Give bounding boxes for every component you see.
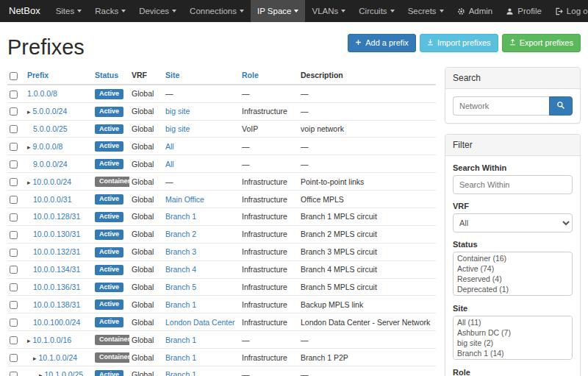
expand-icon[interactable] [27, 177, 33, 186]
row-checkbox[interactable] [10, 372, 18, 376]
prefix-link[interactable]: 10.0.0.128/31 [33, 212, 80, 221]
site-link[interactable]: All [165, 160, 174, 169]
site-link[interactable]: Branch 1 [165, 336, 196, 344]
filter-option[interactable]: Branch 1 (14) [454, 348, 571, 358]
filter-option[interactable]: Active (74) [454, 263, 571, 274]
expand-icon[interactable] [27, 107, 33, 116]
filter-option[interactable]: Reserved (4) [454, 274, 571, 284]
nav-item-racks[interactable]: Racks [88, 0, 132, 22]
row-checkbox[interactable] [10, 283, 18, 291]
description-cell: Branch 5 MPLS circuit [298, 278, 436, 296]
table-row: 10.0.0.138/31ActiveGlobalBranch 1Infrast… [7, 296, 436, 313]
vrf-value: Global [132, 124, 154, 133]
site-link[interactable]: big site [165, 124, 190, 133]
row-checkbox[interactable] [10, 107, 18, 116]
row-select-cell [7, 313, 25, 331]
row-checkbox[interactable] [10, 354, 18, 362]
site-link[interactable]: Branch 1 [165, 300, 196, 309]
row-checkbox[interactable] [10, 160, 18, 169]
vrf-select[interactable]: All [453, 213, 573, 233]
site-link[interactable]: London Data Center [165, 318, 235, 327]
column-header-prefix[interactable]: Prefix [27, 71, 49, 79]
profile-link[interactable]: Profile [499, 0, 548, 22]
row-checkbox[interactable] [10, 266, 18, 274]
site-multiselect[interactable]: All (11)Ashburn DC (7)big site (2)Branch… [453, 316, 573, 360]
prefix-link[interactable]: 9.0.0.0/8 [33, 142, 63, 151]
prefix-cell: 5.0.0.0/24 [25, 102, 93, 120]
add-prefix-button[interactable]: Add a prefix [348, 34, 416, 52]
site-link[interactable]: Branch 5 [165, 283, 196, 291]
prefix-link[interactable]: 10.1.0.0/16 [33, 336, 72, 344]
site-link[interactable]: Branch 3 [165, 247, 196, 256]
prefix-link[interactable]: 10.0.0.130/31 [33, 230, 80, 238]
nav-item-circuits[interactable]: Circuits [352, 0, 401, 22]
site-link[interactable]: Branch 1 [165, 353, 196, 362]
prefix-link[interactable]: 5.0.0.0/24 [33, 107, 68, 116]
site-link[interactable]: Main Office [165, 195, 204, 204]
prefix-link[interactable]: 5.0.0.0/25 [33, 124, 68, 133]
vrf-cell: Global [129, 243, 163, 260]
row-checkbox[interactable] [10, 196, 18, 204]
expand-icon[interactable] [27, 142, 33, 151]
import-prefixes-button[interactable]: Import prefixes [420, 34, 498, 52]
site-link[interactable]: Branch 2 [165, 230, 196, 238]
prefix-link[interactable]: 1.0.0.0/8 [27, 89, 57, 98]
site-link[interactable]: Branch 1 [165, 370, 196, 376]
search-input[interactable] [453, 96, 549, 116]
search-within-input[interactable] [453, 175, 573, 194]
action-buttons: Add a prefix Import prefixes Export pref… [348, 34, 581, 52]
column-header-site[interactable]: Site [165, 71, 179, 79]
prefix-link[interactable]: 10.0.0.132/31 [33, 247, 80, 256]
prefix-link[interactable]: 10.0.0.134/31 [33, 265, 80, 274]
export-prefixes-button[interactable]: Export prefixes [502, 34, 581, 52]
nav-item-devices[interactable]: Devices [132, 0, 183, 22]
row-checkbox[interactable] [10, 91, 18, 99]
expand-icon[interactable] [33, 353, 39, 362]
prefix-link[interactable]: 10.0.100.0/24 [33, 318, 80, 327]
filter-option[interactable]: Branch 2 (10) [454, 358, 571, 360]
nav-item-ip-space[interactable]: IP Space [251, 0, 305, 22]
nav-item-secrets[interactable]: Secrets [401, 0, 451, 22]
admin-link[interactable]: Admin [451, 0, 500, 22]
brand-logo[interactable]: NetBox [0, 0, 49, 22]
status-multiselect[interactable]: Container (16)Active (74)Reserved (4)Dep… [453, 252, 573, 296]
site-link[interactable]: Branch 1 [165, 212, 196, 221]
row-checkbox[interactable] [10, 125, 18, 133]
search-button[interactable] [549, 96, 573, 116]
filter-option[interactable]: All (11) [454, 317, 571, 327]
row-checkbox[interactable] [10, 178, 18, 186]
row-checkbox[interactable] [10, 336, 18, 344]
filter-option[interactable]: big site (2) [454, 338, 571, 348]
nav-item-vlans[interactable]: VLANs [305, 0, 352, 22]
prefix-link[interactable]: 10.0.0.138/31 [33, 300, 80, 309]
row-checkbox[interactable] [10, 301, 18, 309]
site-link[interactable]: big site [165, 107, 190, 116]
status-cell: Active [93, 313, 129, 331]
row-checkbox[interactable] [10, 249, 18, 257]
prefix-link[interactable]: 10.0.0.0/24 [33, 177, 72, 186]
row-checkbox[interactable] [10, 231, 18, 239]
filter-option[interactable]: Ashburn DC (7) [454, 327, 571, 338]
logout-link[interactable]: Log out [548, 0, 588, 22]
filter-option[interactable]: Container (16) [454, 253, 571, 263]
prefix-link[interactable]: 9.0.0.0/24 [33, 160, 68, 169]
export-icon [509, 38, 516, 48]
nav-item-connections[interactable]: Connections [183, 0, 251, 22]
filter-option[interactable]: Deprecated (1) [454, 284, 571, 294]
select-all-checkbox[interactable] [10, 72, 18, 80]
prefix-link[interactable]: 10.0.0.136/31 [33, 283, 80, 291]
column-header-status[interactable]: Status [95, 71, 118, 79]
nav-item-sites[interactable]: Sites [49, 0, 89, 22]
site-link[interactable]: Branch 4 [165, 265, 196, 274]
prefix-link[interactable]: 10.1.0.0/25 [45, 370, 84, 376]
row-checkbox[interactable] [10, 319, 18, 327]
expand-icon[interactable] [27, 336, 33, 344]
row-checkbox[interactable] [10, 143, 18, 151]
expand-icon[interactable] [39, 370, 45, 376]
prefix-link[interactable]: 10.1.0.0/24 [39, 353, 78, 362]
column-header-role[interactable]: Role [242, 71, 259, 79]
site-link[interactable]: All [165, 142, 174, 151]
row-checkbox[interactable] [10, 213, 18, 221]
profile-label: Profile [517, 0, 542, 22]
prefix-link[interactable]: 10.0.0.0/31 [33, 195, 72, 204]
